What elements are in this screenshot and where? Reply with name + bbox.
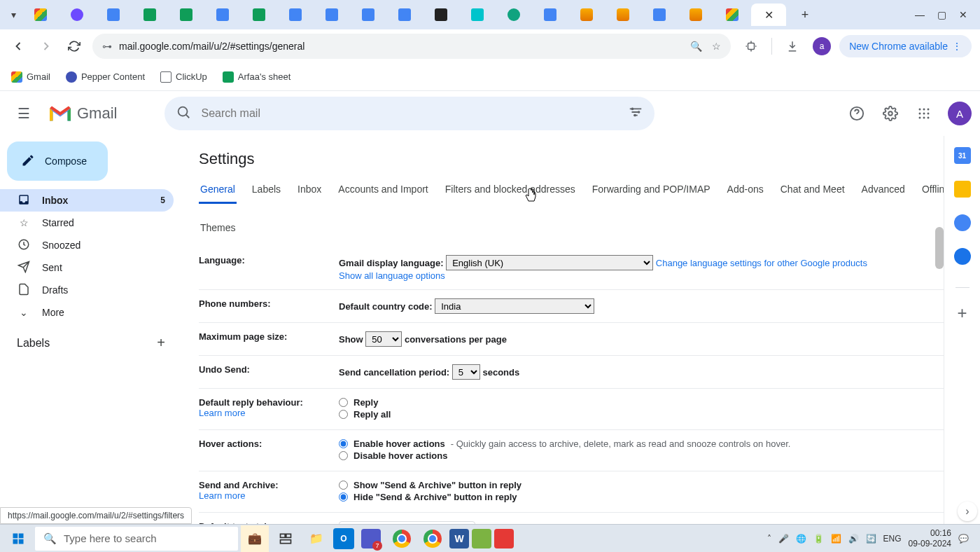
learn-more-link[interactable]: Learn more: [199, 490, 245, 501]
tabs-dropdown-icon[interactable]: ▾: [6, 9, 22, 20]
browser-tab[interactable]: [678, 4, 713, 26]
new-tab-button[interactable]: +: [788, 4, 822, 26]
tray-sync-icon[interactable]: 🔄: [866, 534, 876, 544]
tray-up-icon[interactable]: ˄: [767, 534, 771, 544]
add-label-icon[interactable]: +: [157, 335, 165, 351]
compose-button[interactable]: Compose: [7, 142, 108, 181]
browser-tab[interactable]: [387, 4, 422, 26]
new-chrome-button[interactable]: New Chrome available ⋮: [839, 35, 972, 57]
learn-more-link[interactable]: Learn more: [199, 408, 245, 418]
tray-notifications-icon[interactable]: 💬: [958, 534, 969, 544]
task-explorer[interactable]: 📁: [302, 525, 330, 552]
browser-tab[interactable]: [96, 4, 131, 26]
close-window-icon[interactable]: ✕: [959, 9, 967, 20]
disable-hover-radio[interactable]: [339, 451, 348, 460]
taskbar-search[interactable]: 🔍 Type here to search: [35, 527, 238, 551]
profile-avatar[interactable]: a: [813, 37, 831, 55]
task-chrome[interactable]: [388, 525, 416, 552]
forward-button[interactable]: [36, 36, 56, 56]
account-avatar[interactable]: A: [948, 102, 972, 125]
sidebar-item-sent[interactable]: Sent: [0, 256, 174, 279]
change-language-link[interactable]: Change language settings for other Googl…: [656, 258, 867, 268]
browser-tab[interactable]: [23, 4, 58, 26]
downloads-icon[interactable]: [780, 34, 804, 58]
page-size-select[interactable]: 50: [365, 331, 402, 347]
help-icon[interactable]: [843, 99, 871, 127]
browser-tab[interactable]: [424, 4, 458, 26]
task-outlook[interactable]: O: [333, 528, 354, 549]
browser-tab[interactable]: [351, 4, 386, 26]
tab-addons[interactable]: Add-ons: [726, 179, 765, 204]
browser-tab[interactable]: [241, 4, 276, 26]
browser-tab[interactable]: [606, 4, 640, 26]
sidebar-item-inbox[interactable]: Inbox 5: [0, 189, 174, 212]
country-code-select[interactable]: India: [435, 298, 594, 314]
tab-accounts[interactable]: Accounts and Import: [337, 179, 429, 204]
enable-hover-radio[interactable]: [339, 439, 348, 448]
tray-volume-icon[interactable]: 🔊: [848, 534, 859, 544]
tab-chat[interactable]: Chat and Meet: [779, 179, 846, 204]
browser-tab[interactable]: [569, 4, 604, 26]
hide-send-archive-radio[interactable]: [339, 492, 348, 502]
sidebar-item-more[interactable]: ⌄ More: [0, 301, 174, 324]
browser-tab-active[interactable]: ✕: [751, 4, 786, 26]
task-word[interactable]: W: [449, 529, 469, 548]
maximize-icon[interactable]: ▢: [937, 9, 946, 20]
bookmark-clickup[interactable]: ClickUp: [160, 71, 207, 83]
tab-labels[interactable]: Labels: [251, 179, 282, 204]
contacts-icon[interactable]: [954, 248, 971, 265]
search-options-icon[interactable]: [628, 104, 643, 123]
scrollbar[interactable]: [935, 227, 944, 269]
tray-battery-icon[interactable]: 🔋: [813, 534, 824, 544]
search-input[interactable]: [201, 107, 618, 120]
site-info-icon[interactable]: ⊶: [102, 41, 112, 52]
bookmark-pepper[interactable]: Pepper Content: [66, 71, 145, 83]
tab-themes[interactable]: Themes: [199, 218, 237, 240]
close-icon[interactable]: ✕: [764, 8, 774, 22]
reply-radio[interactable]: [339, 398, 348, 407]
menu-icon[interactable]: ☰: [8, 98, 39, 129]
tray-clock[interactable]: 00:16 09-09-2024: [909, 528, 951, 548]
keep-icon[interactable]: [954, 181, 971, 198]
sidebar-item-drafts[interactable]: Drafts: [0, 279, 174, 301]
task-view[interactable]: [272, 525, 300, 552]
tab-inbox[interactable]: Inbox: [296, 179, 323, 204]
show-all-languages-link[interactable]: Show all language options: [339, 270, 445, 281]
reload-button[interactable]: [64, 36, 84, 56]
collapse-panel-icon[interactable]: ›: [958, 502, 977, 521]
search-icon[interactable]: [176, 104, 191, 123]
calendar-icon[interactable]: 31: [954, 147, 971, 164]
sidebar-item-starred[interactable]: ☆ Starred: [0, 212, 174, 234]
bookmark-gmail[interactable]: Gmail: [11, 71, 50, 83]
undo-period-select[interactable]: 5: [452, 364, 480, 380]
tray-wifi-icon[interactable]: 📶: [831, 534, 841, 544]
add-addon-icon[interactable]: +: [954, 305, 971, 322]
apps-grid-icon[interactable]: [910, 99, 938, 127]
browser-tab[interactable]: [205, 4, 240, 26]
bookmark-arfaa[interactable]: Arfaa's sheet: [223, 71, 290, 83]
back-button[interactable]: [8, 36, 28, 56]
extensions-icon[interactable]: [739, 34, 763, 58]
address-bar[interactable]: ⊶ mail.google.com/mail/u/2/#settings/gen…: [92, 34, 731, 59]
browser-tab[interactable]: [314, 4, 349, 26]
gear-icon[interactable]: [876, 99, 904, 127]
task-camtasia[interactable]: [472, 529, 491, 548]
task-chrome-2[interactable]: [419, 525, 447, 552]
tray-lang[interactable]: ENG: [883, 534, 902, 544]
sidebar-item-snoozed[interactable]: Snoozed: [0, 234, 174, 256]
browser-tab[interactable]: [169, 4, 204, 26]
tab-filters[interactable]: Filters and blocked addresses: [444, 179, 577, 204]
bookmark-star-icon[interactable]: ☆: [712, 41, 721, 52]
browser-tab[interactable]: [460, 4, 495, 26]
browser-tab[interactable]: [278, 4, 313, 26]
minimize-icon[interactable]: —: [915, 9, 925, 20]
tab-general[interactable]: General: [199, 179, 237, 204]
tab-forwarding[interactable]: Forwarding and POP/IMAP: [591, 179, 712, 204]
tray-mic-icon[interactable]: 🎤: [778, 534, 789, 544]
browser-tab[interactable]: [533, 4, 568, 26]
browser-tab[interactable]: [132, 4, 167, 26]
zoom-icon[interactable]: 🔍: [690, 41, 702, 52]
language-select[interactable]: English (UK): [446, 255, 653, 270]
task-teams[interactable]: 7: [357, 525, 385, 552]
tray-globe-icon[interactable]: 🌐: [796, 534, 806, 544]
